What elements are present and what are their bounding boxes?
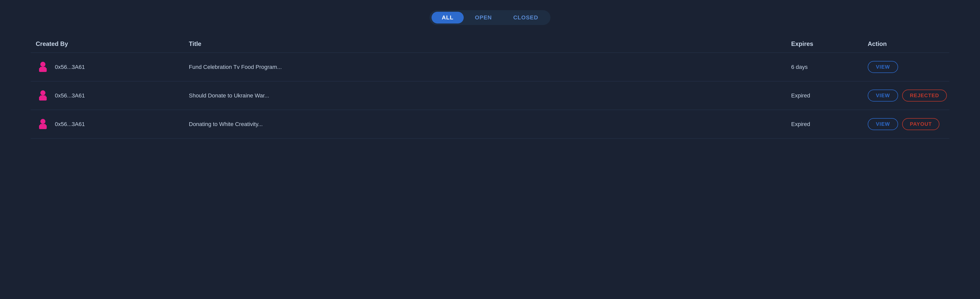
- header-title: Title: [189, 40, 791, 48]
- payout-button-3[interactable]: PAYOUT: [902, 118, 939, 130]
- proposal-title-2: Should Donate to Ukraine War...: [189, 92, 791, 99]
- creator-cell-2: 0x56...3A61: [36, 89, 189, 103]
- svg-point-0: [40, 62, 45, 67]
- table-row: 0x56...3A61 Donating to White Creativity…: [30, 110, 950, 138]
- creator-cell-3: 0x56...3A61: [36, 117, 189, 131]
- avatar-icon-3: [36, 117, 50, 131]
- rejected-button-2[interactable]: REJECTED: [902, 89, 947, 102]
- action-cell-3: VIEW PAYOUT: [868, 118, 944, 130]
- creator-cell-1: 0x56...3A61: [36, 60, 189, 74]
- expires-2: Expired: [791, 92, 868, 99]
- svg-rect-1: [39, 68, 47, 72]
- svg-point-3: [40, 90, 45, 95]
- view-button-3[interactable]: VIEW: [868, 118, 898, 130]
- svg-rect-7: [39, 125, 47, 129]
- svg-rect-5: [40, 95, 46, 97]
- filter-all-button[interactable]: ALL: [431, 12, 464, 24]
- proposals-table: Created By Title Expires Action 0x56...3…: [30, 38, 950, 138]
- view-button-1[interactable]: VIEW: [868, 61, 898, 73]
- action-cell-1: VIEW: [868, 61, 944, 73]
- expires-3: Expired: [791, 121, 868, 127]
- svg-rect-4: [39, 97, 47, 100]
- proposal-title-1: Fund Celebration Tv Food Program...: [189, 64, 791, 70]
- svg-rect-2: [40, 67, 46, 68]
- action-cell-2: VIEW REJECTED: [868, 89, 944, 102]
- avatar-icon-2: [36, 89, 50, 103]
- filter-open-button[interactable]: OPEN: [465, 12, 502, 24]
- avatar-icon-1: [36, 60, 50, 74]
- header-created-by: Created By: [36, 40, 189, 48]
- table-header: Created By Title Expires Action: [30, 38, 950, 53]
- header-expires: Expires: [791, 40, 868, 48]
- svg-point-6: [40, 119, 45, 124]
- svg-rect-8: [40, 124, 46, 126]
- proposal-title-3: Donating to White Creativity...: [189, 121, 791, 127]
- table-row: 0x56...3A61 Fund Celebration Tv Food Pro…: [30, 53, 950, 81]
- creator-address-2: 0x56...3A61: [55, 92, 85, 99]
- expires-1: 6 days: [791, 64, 868, 70]
- table-row: 0x56...3A61 Should Donate to Ukraine War…: [30, 81, 950, 110]
- creator-address-1: 0x56...3A61: [55, 64, 85, 70]
- filter-bar: ALL OPEN CLOSED: [430, 10, 550, 25]
- header-action: Action: [868, 40, 944, 48]
- view-button-2[interactable]: VIEW: [868, 89, 898, 102]
- filter-closed-button[interactable]: CLOSED: [503, 12, 549, 24]
- creator-address-3: 0x56...3A61: [55, 121, 85, 127]
